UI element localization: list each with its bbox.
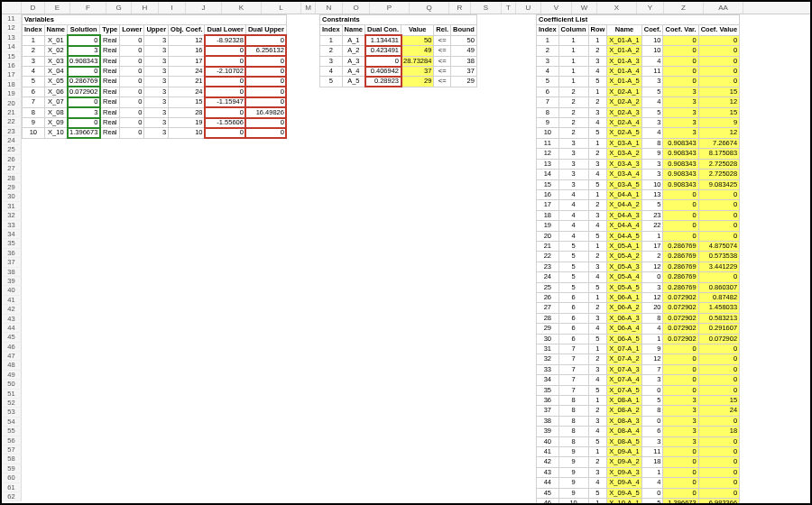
cell[interactable]: 0.072902	[663, 324, 698, 334]
cell[interactable]: X_04	[44, 67, 67, 77]
cell[interactable]: 12	[641, 354, 663, 364]
cell[interactable]: X_05-A_1	[607, 241, 641, 251]
cell[interactable]: 5	[558, 272, 588, 282]
cell[interactable]: 20	[537, 231, 559, 241]
cell[interactable]: 6	[558, 292, 588, 302]
col-header[interactable]: Z	[664, 2, 704, 14]
table-row[interactable]: 4A_40.40694237<=37	[320, 67, 477, 77]
cell[interactable]: 21	[169, 77, 205, 87]
cell[interactable]: 0.908343	[663, 138, 698, 148]
table-row[interactable]: 1434X_03-A_430.9083432.725028	[537, 170, 740, 179]
row-header[interactable]: 36	[2, 249, 22, 258]
cell[interactable]: 0	[120, 87, 144, 96]
col-header[interactable]: I	[159, 2, 186, 14]
cell[interactable]: 3	[663, 427, 698, 436]
cell[interactable]: 0.908343	[663, 149, 698, 159]
cell[interactable]: 9	[558, 457, 588, 467]
cell[interactable]: 0.286769	[663, 241, 698, 251]
cell[interactable]: 0	[698, 46, 739, 56]
row-header[interactable]: 62	[2, 492, 22, 501]
cell[interactable]: 7	[558, 385, 588, 395]
row-header[interactable]: 28	[2, 174, 22, 183]
cell[interactable]: 4	[558, 200, 588, 210]
cell[interactable]: 1	[588, 35, 607, 45]
row-header[interactable]: 33	[2, 221, 22, 230]
cell[interactable]: 3	[144, 128, 169, 138]
table-row[interactable]: 10X_101.396673Real031000	[23, 128, 287, 138]
cell[interactable]: X_09	[44, 118, 67, 128]
table-row[interactable]: 1131X_03-A_180.9083437.26674	[537, 138, 740, 148]
cell[interactable]: 17	[537, 200, 559, 210]
cell[interactable]: 6.256132	[245, 46, 286, 56]
row-header[interactable]: 47	[2, 352, 22, 361]
cell[interactable]: 1	[641, 467, 663, 477]
cell[interactable]: 2.725028	[698, 170, 739, 179]
cell[interactable]: 3	[663, 97, 698, 107]
cell[interactable]: 34	[537, 375, 559, 385]
cell[interactable]: 0	[698, 67, 739, 77]
cell[interactable]: Real	[100, 118, 120, 128]
cell[interactable]: 0	[120, 46, 144, 56]
cell[interactable]: 44	[537, 478, 559, 488]
cell[interactable]: 1	[588, 447, 607, 457]
cell[interactable]: X_10-A_1	[607, 499, 641, 505]
cell[interactable]: 37	[451, 67, 477, 77]
col-header[interactable]: L	[262, 2, 301, 14]
cell[interactable]: X_09-A_3	[607, 467, 641, 477]
col-header[interactable]: P	[370, 2, 410, 14]
table-row[interactable]: 3984X_08-A_46318	[537, 427, 740, 436]
cell[interactable]: 1	[588, 499, 607, 505]
cell[interactable]: 3	[663, 87, 698, 96]
col-header[interactable]: O	[343, 2, 370, 14]
cell[interactable]: 30	[537, 334, 559, 344]
cell[interactable]: X_03-A_3	[607, 159, 641, 169]
cell[interactable]: 2	[558, 97, 588, 107]
cell[interactable]: 0.860307	[698, 282, 739, 292]
cell[interactable]: 0	[68, 118, 100, 128]
cell[interactable]: 9	[641, 149, 663, 159]
cell[interactable]: 29	[451, 77, 477, 87]
cell[interactable]: 3	[144, 67, 169, 77]
cell[interactable]: 41	[537, 447, 559, 457]
cell[interactable]: 2	[588, 406, 607, 416]
cell[interactable]: 5	[588, 436, 607, 446]
cell[interactable]: 0	[641, 272, 663, 282]
cell[interactable]: 5	[588, 282, 607, 292]
table-row[interactable]: 1333X_03-A_330.9083432.725028	[537, 159, 740, 169]
cell[interactable]: A_2	[342, 46, 364, 56]
cell[interactable]: X_05-A_5	[607, 282, 641, 292]
cell[interactable]: 38	[451, 56, 477, 66]
row-header[interactable]: 59	[2, 464, 22, 473]
cell[interactable]: 3	[23, 56, 45, 66]
cell[interactable]: 13	[537, 159, 559, 169]
cell[interactable]: 4	[558, 210, 588, 220]
table-row[interactable]: 3575X_07-A_5000	[537, 385, 740, 395]
cell[interactable]: 0	[663, 189, 698, 199]
table-row[interactable]: 2252X_05-A_220.2867690.573538	[537, 252, 740, 262]
cell[interactable]: 6	[537, 87, 559, 96]
cell[interactable]: 0	[663, 488, 698, 498]
cell[interactable]: 3	[663, 396, 698, 406]
row-header[interactable]: 60	[2, 473, 22, 482]
col-header[interactable]: G	[106, 2, 132, 14]
row-header[interactable]: 24	[2, 136, 22, 145]
cell[interactable]: 46	[537, 499, 559, 505]
cell[interactable]: Real	[100, 87, 120, 96]
cell[interactable]: 3	[641, 77, 663, 87]
cell[interactable]: 1	[588, 292, 607, 302]
cell[interactable]: 4	[641, 56, 663, 66]
row-header[interactable]: 34	[2, 230, 22, 239]
col-header[interactable]: V	[541, 2, 572, 14]
cell[interactable]: 24	[169, 87, 205, 96]
cell[interactable]: 11	[641, 447, 663, 457]
cell[interactable]: X_01-A_2	[607, 46, 641, 56]
table-row[interactable]: 3883X_08-A_3030	[537, 416, 740, 426]
cell[interactable]: 0.908343	[663, 179, 698, 189]
cell[interactable]: 0	[698, 375, 739, 385]
cell[interactable]: 0	[663, 200, 698, 210]
cell[interactable]: 33	[537, 364, 559, 374]
cell[interactable]: 0.908343	[68, 56, 100, 66]
cell[interactable]: 0.291607	[698, 324, 739, 334]
cell[interactable]: 1	[558, 56, 588, 66]
cell[interactable]: 2	[23, 46, 45, 56]
